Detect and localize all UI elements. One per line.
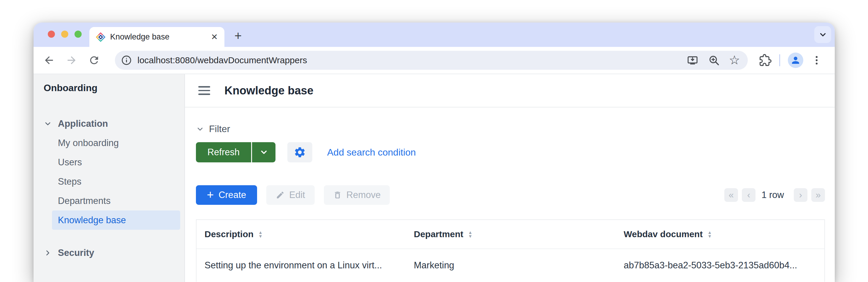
browser-toolbar: localhost:8080/webdavDocumentWrappers ☆	[34, 47, 835, 74]
chevron-down-icon	[259, 148, 268, 157]
install-app-icon[interactable]	[687, 54, 699, 66]
refresh-split-button: Refresh	[196, 142, 276, 162]
sidebar-item-departments[interactable]: Departments	[52, 191, 180, 211]
tab-search-button[interactable]	[814, 26, 831, 43]
extensions-icon[interactable]	[759, 54, 772, 66]
filter-settings-button[interactable]	[287, 142, 312, 162]
forward-icon[interactable]	[66, 54, 78, 66]
edit-button[interactable]: Edit	[266, 185, 315, 205]
reload-icon[interactable]	[88, 54, 100, 66]
tab-close-icon[interactable]: ✕	[211, 32, 218, 42]
add-search-condition-link[interactable]: Add search condition	[327, 147, 416, 158]
pagination-prev-button[interactable]: ‹	[742, 188, 755, 202]
minimize-window-button[interactable]	[61, 31, 68, 38]
plus-icon: +	[207, 189, 214, 201]
pagination-first-button[interactable]: «	[724, 188, 738, 202]
pencil-icon	[276, 191, 285, 199]
chevron-down-icon	[196, 125, 204, 133]
chevron-down-icon	[818, 30, 827, 39]
sidebar-item-steps[interactable]: Steps	[52, 172, 180, 191]
cell-description: Setting up the environment on a Linux vi…	[196, 260, 406, 271]
traffic-lights	[48, 31, 82, 38]
gear-icon	[293, 146, 306, 158]
table-row[interactable]: Setting up the environment on a Linux vi…	[196, 249, 824, 282]
pagination-last-button[interactable]: »	[811, 188, 825, 202]
create-button-label: Create	[218, 190, 246, 200]
sort-icon[interactable]: ▲▼	[258, 230, 263, 238]
back-icon[interactable]	[43, 54, 55, 66]
browser-tab[interactable]: Knowledge base ✕	[89, 27, 224, 47]
tab-title: Knowledge base	[110, 32, 211, 41]
menu-toggle-icon[interactable]	[198, 86, 210, 95]
cell-department: Marketing	[406, 260, 616, 271]
zoom-in-page-icon[interactable]	[708, 54, 720, 66]
maximize-window-button[interactable]	[74, 31, 82, 38]
pagination-next-button[interactable]: ›	[794, 188, 807, 202]
table-header-row: Description ▲▼ Department ▲▼	[196, 220, 824, 249]
site-info-icon[interactable]	[121, 55, 132, 66]
sidebar-item-my-onboarding[interactable]: My onboarding	[52, 133, 180, 153]
url-bar[interactable]: localhost:8080/webdavDocumentWrappers ☆	[115, 51, 748, 70]
column-header-description[interactable]: Description ▲▼	[196, 229, 406, 239]
pagination-rows-label: 1 row	[762, 190, 784, 200]
browser-menu-icon[interactable]	[811, 55, 822, 66]
sidebar-section-security[interactable]: Security	[34, 243, 184, 262]
main-content: Knowledge base Filter Refresh	[185, 74, 835, 282]
person-icon	[790, 55, 801, 66]
bookmark-star-icon[interactable]: ☆	[729, 54, 740, 66]
url-text[interactable]: localhost:8080/webdavDocumentWrappers	[137, 55, 307, 65]
filter-label: Filter	[209, 124, 230, 134]
chevron-down-icon	[44, 120, 52, 128]
remove-button[interactable]: Remove	[324, 185, 390, 205]
tab-strip: Knowledge base ✕ +	[34, 23, 835, 47]
sidebar-section-label: Application	[58, 119, 108, 129]
filter-collapse-header[interactable]: Filter	[196, 124, 825, 134]
new-tab-button[interactable]: +	[231, 29, 245, 43]
page-header: Knowledge base	[185, 74, 835, 107]
trash-icon	[333, 191, 342, 199]
create-button[interactable]: + Create	[196, 185, 257, 205]
refresh-dropdown-button[interactable]	[251, 142, 276, 162]
sidebar-section-application[interactable]: Application	[34, 114, 184, 133]
chevron-right-icon	[44, 249, 52, 257]
toolbar-separator	[779, 54, 780, 66]
close-window-button[interactable]	[48, 31, 55, 38]
browser-window: Knowledge base ✕ + localhost:8080/webda	[34, 23, 835, 282]
refresh-button[interactable]: Refresh	[196, 142, 251, 162]
sidebar-section-label: Security	[58, 248, 94, 258]
column-header-webdav-document[interactable]: Webdav document ▲▼	[616, 229, 824, 239]
page-title: Knowledge base	[224, 84, 313, 97]
column-header-department[interactable]: Department ▲▼	[406, 229, 616, 239]
sidebar-item-users[interactable]: Users	[52, 153, 180, 172]
favicon-jmix-icon	[96, 32, 105, 42]
sidebar: Onboarding Application My onboarding Use…	[34, 74, 185, 282]
cell-webdav-document: ab7b85a3-bea2-5033-5eb3-2135ad60b4...	[616, 260, 824, 271]
sidebar-item-knowledge-base[interactable]: Knowledge base	[52, 211, 180, 230]
filter-actions-row: Refresh Add search condition	[196, 142, 825, 162]
app-title: Onboarding	[44, 83, 184, 94]
profile-avatar[interactable]	[788, 53, 803, 68]
sort-icon[interactable]: ▲▼	[468, 230, 473, 238]
sidebar-menu: Application My onboarding Users Steps De…	[34, 114, 184, 262]
edit-button-label: Edit	[289, 190, 305, 200]
table-actions-row: + Create Edit Remove	[196, 185, 825, 205]
sort-icon[interactable]: ▲▼	[707, 230, 712, 238]
pagination: « ‹ 1 row › »	[724, 188, 825, 202]
remove-button-label: Remove	[346, 190, 380, 200]
data-table: Description ▲▼ Department ▲▼	[196, 219, 825, 282]
